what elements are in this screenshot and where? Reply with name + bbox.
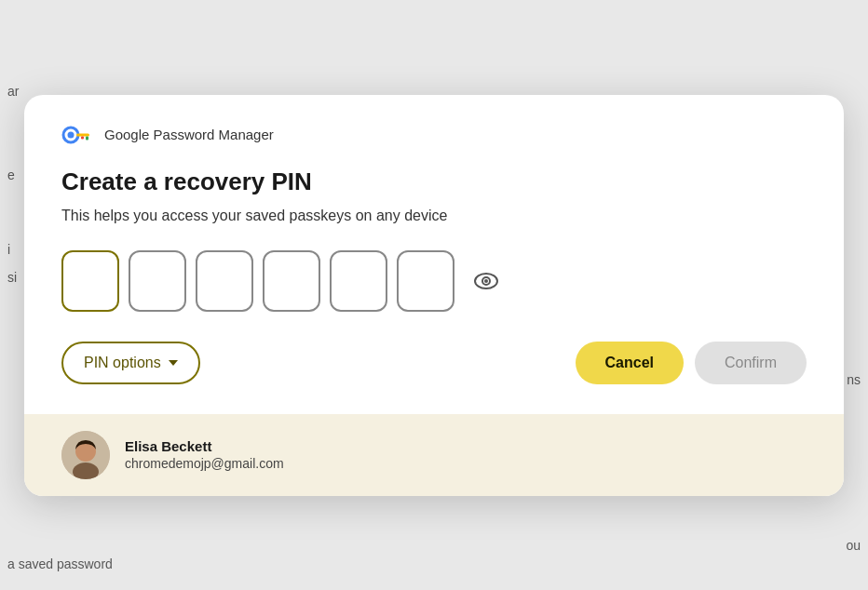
avatar (61, 431, 110, 479)
bg-text-7: ou (846, 538, 861, 553)
dialog-header: Google Password Manager (61, 125, 807, 145)
svg-rect-1 (76, 133, 89, 136)
gpm-key-icon (61, 125, 95, 145)
chevron-down-icon (169, 360, 178, 366)
bg-text-3: i (7, 242, 10, 257)
bg-text-1: ar (7, 84, 19, 99)
pin-input-5[interactable] (330, 250, 387, 312)
dialog: Google Password Manager Create a recover… (24, 95, 844, 496)
pin-options-label: PIN options (84, 355, 161, 371)
cancel-button[interactable]: Cancel (576, 342, 684, 384)
pin-input-1[interactable] (61, 250, 119, 312)
google-password-manager-logo (61, 125, 95, 145)
bg-text-2: e (7, 168, 15, 182)
dialog-subtitle: This helps you access your saved passkey… (61, 208, 807, 224)
svg-rect-3 (81, 136, 84, 139)
svg-point-4 (68, 131, 75, 138)
avatar-image (61, 431, 110, 479)
dialog-footer: Elisa Beckett chromedemojp@gmail.com (24, 414, 844, 496)
account-email: chromedemojp@gmail.com (125, 456, 284, 471)
account-name: Elisa Beckett (125, 438, 284, 454)
action-buttons: Cancel Confirm (576, 342, 807, 384)
pin-input-row (61, 250, 807, 312)
buttons-row: PIN options Cancel Confirm (61, 342, 807, 384)
dialog-title: Create a recovery PIN (61, 168, 807, 196)
pin-input-2[interactable] (129, 250, 186, 312)
pin-input-3[interactable] (196, 250, 253, 312)
bg-text-5: ns (847, 372, 861, 387)
dialog-body: Google Password Manager Create a recover… (24, 95, 844, 414)
account-info: Elisa Beckett chromedemojp@gmail.com (125, 438, 284, 471)
pin-input-4[interactable] (263, 250, 320, 312)
eye-icon (473, 271, 499, 291)
overlay: ar e i si ns a saved password ou (0, 0, 868, 590)
pin-options-button[interactable]: PIN options (61, 342, 200, 384)
toggle-pin-visibility-button[interactable] (468, 265, 505, 297)
app-name-label: Google Password Manager (104, 127, 274, 142)
confirm-button[interactable]: Confirm (695, 342, 807, 384)
pin-input-6[interactable] (397, 250, 454, 312)
bg-text-4: si (7, 270, 17, 285)
svg-rect-2 (86, 136, 88, 140)
svg-point-7 (484, 279, 488, 283)
bg-text-6: a saved password (7, 556, 113, 571)
